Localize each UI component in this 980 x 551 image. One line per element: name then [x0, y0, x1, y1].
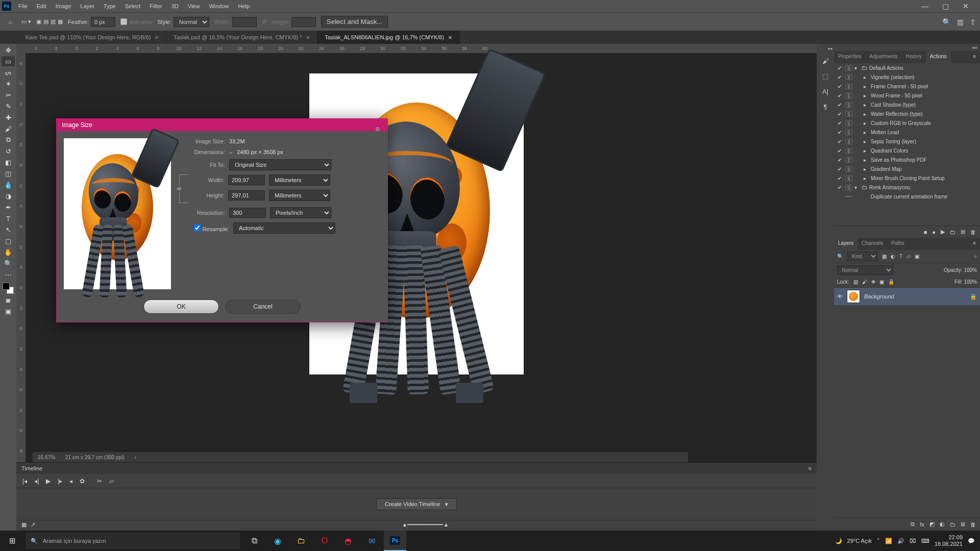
- eraser-tool[interactable]: ◧: [2, 157, 15, 167]
- move-tool[interactable]: ✥: [2, 45, 15, 55]
- lock-all-icon[interactable]: 🔒: [888, 279, 894, 285]
- action-row[interactable]: ✔▯▸Water Reflection (type): [834, 109, 980, 118]
- layer-mask-icon[interactable]: ◩: [929, 521, 935, 528]
- crop-tool[interactable]: ✂: [2, 90, 15, 100]
- gear-icon[interactable]: ⚙: [375, 126, 380, 133]
- action-row[interactable]: ✔▯▾🗀Default Actions: [834, 63, 980, 72]
- battery-icon[interactable]: ⌧: [910, 538, 916, 544]
- filter-type-icon[interactable]: T: [899, 254, 902, 259]
- action-row[interactable]: Duplicate current animation frame: [834, 192, 980, 201]
- mute-icon[interactable]: ◂: [69, 478, 72, 485]
- share-icon[interactable]: ⇪: [970, 18, 976, 26]
- filter-shape-icon[interactable]: ▱: [906, 254, 911, 259]
- new-action-icon[interactable]: ⊞: [961, 229, 965, 235]
- close-tab-icon[interactable]: ×: [306, 34, 310, 41]
- photoshop-taskbar-icon[interactable]: Ps: [384, 531, 406, 551]
- action-row[interactable]: ✔▯▸Mixer Brush Cloning Paint Setup: [834, 173, 980, 183]
- visibility-toggle-icon[interactable]: 👁: [837, 293, 843, 299]
- height-unit-select[interactable]: Millimeters: [269, 190, 330, 201]
- hand-tool[interactable]: ✋: [2, 247, 15, 257]
- stop-icon[interactable]: ■: [924, 229, 927, 235]
- document-tab-active[interactable]: Taslak_ALSN806ALIEN.jpg @ 16,7% (CMYK/8)…: [317, 31, 459, 44]
- ok-button[interactable]: OK: [143, 299, 219, 314]
- dodge-tool[interactable]: ◑: [2, 191, 15, 201]
- rectangular-marquee-tool[interactable]: ▭: [2, 56, 15, 66]
- timeline-settings-icon[interactable]: ✿: [80, 478, 85, 485]
- document-info[interactable]: 21 cm x 29,7 cm (300 ppi): [65, 455, 125, 460]
- selection-new-icon[interactable]: ▣: [36, 18, 41, 25]
- selection-subtract-icon[interactable]: ▥: [51, 18, 56, 25]
- next-frame-icon[interactable]: |▸: [58, 478, 62, 485]
- collapse-panels-icon[interactable]: ◂◂: [969, 44, 980, 51]
- layer-thumbnail[interactable]: [847, 290, 860, 303]
- foreground-color-swatch[interactable]: [3, 283, 10, 290]
- action-row[interactable]: ✔▯▸Frame Channel - 50 pixel: [834, 82, 980, 91]
- lock-pixels-icon[interactable]: 🖌: [862, 279, 867, 285]
- layer-style-icon[interactable]: fx: [920, 521, 924, 528]
- image-size-dialog[interactable]: Image Size ⚙: [56, 118, 388, 322]
- menu-help[interactable]: Help: [234, 1, 254, 11]
- opera-icon[interactable]: O: [313, 531, 336, 551]
- edge-icon[interactable]: ◉: [266, 531, 289, 551]
- feather-input[interactable]: [91, 17, 115, 27]
- weather-icon[interactable]: 🌙: [835, 538, 842, 544]
- mail-icon[interactable]: ✉: [360, 531, 383, 551]
- search-icon[interactable]: 🔍: [942, 18, 951, 26]
- zoom-level[interactable]: 16.67%: [38, 455, 55, 460]
- pen-tool[interactable]: ✒: [2, 202, 15, 212]
- tab-adjustments[interactable]: Adjustments: [866, 51, 902, 63]
- close-button[interactable]: ✕: [958, 2, 974, 10]
- dialog-title[interactable]: Image Size: [57, 119, 387, 131]
- adjustment-layer-icon[interactable]: ◐: [940, 521, 945, 528]
- delete-layer-icon[interactable]: 🗑: [970, 521, 976, 528]
- screen-mode-toggle[interactable]: ▣: [2, 306, 15, 316]
- taskbar-clock[interactable]: 22:09 18.08.2021: [935, 534, 963, 547]
- render-icon[interactable]: ↗: [31, 521, 35, 528]
- filter-adjustment-icon[interactable]: ◐: [891, 254, 895, 259]
- edit-toolbar[interactable]: ⋯: [2, 269, 15, 280]
- chevron-down-icon[interactable]: ⌵: [229, 148, 233, 155]
- resolution-unit-select[interactable]: Pixels/Inch: [270, 207, 331, 218]
- brush-tool[interactable]: 🖌: [2, 123, 15, 134]
- delete-action-icon[interactable]: 🗑: [970, 229, 976, 235]
- action-row[interactable]: ✔▯▸Cast Shadow (type): [834, 100, 980, 109]
- action-row[interactable]: ✔▯▾🗀Renk Animasyonu: [834, 183, 980, 192]
- menu-view[interactable]: View: [184, 1, 204, 11]
- tab-paths[interactable]: Paths: [887, 238, 909, 250]
- explorer-icon[interactable]: 🗀: [290, 531, 312, 551]
- volume-icon[interactable]: 🔊: [897, 538, 904, 544]
- notifications-icon[interactable]: 💬: [968, 538, 975, 544]
- menu-select[interactable]: Select: [121, 1, 145, 11]
- layer-row-background[interactable]: 👁 Background 🔒: [834, 288, 980, 305]
- close-tab-icon[interactable]: ×: [448, 34, 452, 41]
- marquee-tool-preset[interactable]: ▭ ▾: [21, 18, 31, 25]
- resample-select[interactable]: Automatic: [233, 222, 335, 234]
- layer-list[interactable]: 👁 Background 🔒: [834, 288, 980, 517]
- weather-text[interactable]: 29°C Açık: [847, 538, 872, 544]
- action-row[interactable]: ✔▯▸Custom RGB to Grayscale: [834, 118, 980, 128]
- start-button[interactable]: ⊞: [0, 536, 24, 545]
- action-row[interactable]: ✔▯▸Save as Photoshop PDF: [834, 155, 980, 164]
- quick-selection-tool[interactable]: ✶: [2, 79, 15, 89]
- workspace-icon[interactable]: ▥: [957, 18, 964, 26]
- rectangle-tool[interactable]: ▢: [2, 236, 15, 246]
- quick-mask-toggle[interactable]: ◙: [2, 295, 15, 305]
- app-icon[interactable]: ◓: [337, 531, 359, 551]
- clone-stamp-tool[interactable]: ⧉: [2, 135, 15, 145]
- type-tool[interactable]: T: [2, 213, 15, 223]
- action-row[interactable]: ✔▯▸Wood Frame - 50 pixel: [834, 91, 980, 100]
- path-selection-tool[interactable]: ↖: [2, 224, 15, 235]
- filter-pixel-icon[interactable]: ▩: [882, 254, 887, 259]
- new-group-icon[interactable]: 🗀: [950, 521, 955, 528]
- filter-toggle-icon[interactable]: ○: [974, 254, 977, 259]
- prev-frame-icon[interactable]: ◂|: [34, 478, 39, 485]
- selection-intersect-icon[interactable]: ▦: [58, 18, 63, 25]
- actions-list[interactable]: ✔▯▾🗀Default Actions✔▯▸Vignette (selectio…: [834, 63, 980, 226]
- height-input[interactable]: [228, 190, 265, 201]
- maximize-button[interactable]: ▢: [937, 2, 953, 10]
- opacity-value[interactable]: 100%: [964, 267, 977, 273]
- eyedropper-tool[interactable]: ✎: [2, 101, 15, 111]
- tab-actions[interactable]: Actions: [926, 51, 951, 63]
- lock-artboard-icon[interactable]: ▣: [879, 279, 884, 285]
- resample-checkbox[interactable]: Resample:: [179, 224, 229, 232]
